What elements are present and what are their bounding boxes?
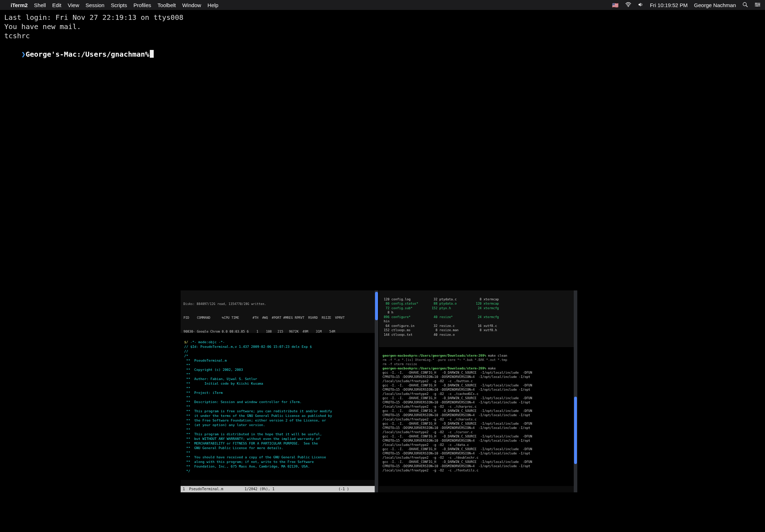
svg-point-7: [759, 4, 760, 5]
prompt-glyph-icon: ❯: [21, 50, 26, 58]
svg-point-6: [755, 3, 756, 4]
menu-edit[interactable]: Edit: [52, 2, 61, 8]
svg-line-2: [746, 5, 748, 7]
menu-scripts[interactable]: Scripts: [111, 2, 127, 8]
rc-echo: tcshrc: [4, 31, 761, 40]
top-process-output: Disks: 884097/12G read, 1354770/28G writ…: [181, 290, 378, 333]
menu-shell[interactable]: Shell: [34, 2, 46, 8]
text-cursor: [150, 50, 154, 58]
svg-point-8: [756, 5, 758, 6]
shell-prompt-line[interactable]: ❯George's-Mac:/Users/gnachman%: [4, 40, 761, 68]
left-pane-scrollbar[interactable]: [375, 290, 378, 492]
menu-toolbelt[interactable]: Toolbelt: [158, 2, 176, 8]
disk-stats-line: Disks: 884097/12G read, 1354770/28G writ…: [183, 302, 375, 306]
preview-right-pane: 120 config.log 32 ptydata.c 8 xtermcap 8…: [379, 290, 577, 492]
input-source-flag-icon[interactable]: 🇺🇸: [612, 2, 619, 8]
menu-view[interactable]: View: [68, 2, 79, 8]
wifi-icon[interactable]: [625, 2, 631, 8]
top-row: 90830- Google Chrom 0.0 08:03.85 6 1 108…: [183, 329, 375, 333]
svg-point-0: [628, 6, 629, 7]
menubar-clock[interactable]: Fri 10:19:52 PM: [650, 2, 688, 8]
right-pane-scrollbar[interactable]: [574, 290, 577, 492]
menu-profiles[interactable]: Profiles: [134, 2, 151, 8]
top-columns: PID COMMAND %CPU TIME #TH #WQ #PORT #MRE…: [183, 316, 375, 320]
menu-window[interactable]: Window: [182, 2, 201, 8]
menu-session[interactable]: Session: [86, 2, 104, 8]
control-center-icon[interactable]: [754, 2, 761, 8]
volume-icon[interactable]: [638, 2, 644, 8]
preview-left-pane: Disks: 884097/12G read, 1354770/28G writ…: [181, 290, 378, 492]
spotlight-icon[interactable]: [742, 2, 748, 8]
motd-new-mail: You have new mail.: [4, 22, 761, 31]
shell-prompt-text: George's-Mac:/Users/gnachman%: [26, 50, 149, 58]
embedded-screenshot-preview: Disks: 884097/12G read, 1354770/28G writ…: [181, 290, 577, 499]
menu-help[interactable]: Help: [208, 2, 219, 8]
menubar-username[interactable]: George Nachman: [694, 2, 736, 8]
app-name[interactable]: iTerm2: [11, 2, 28, 8]
svg-point-1: [743, 2, 746, 6]
ls-output: 120 config.log 32 ptydata.c 8 xtermcap 8…: [379, 290, 577, 347]
macos-menubar: iTerm2 Shell Edit View Session Scripts P…: [0, 0, 765, 10]
make-build-output: georgen-macbookpro:/Users/georgen/Downlo…: [379, 347, 577, 486]
source-code-view: $/ -*- mode:objc -*- // $Id: PseudoTermi…: [181, 333, 378, 480]
editor-status-bar: 1 PseudoTerminal.m 1/2042 (0%), 1 (-1 ): [181, 486, 378, 492]
motd-last-login: Last login: Fri Nov 27 22:19:13 on ttys0…: [4, 13, 761, 22]
